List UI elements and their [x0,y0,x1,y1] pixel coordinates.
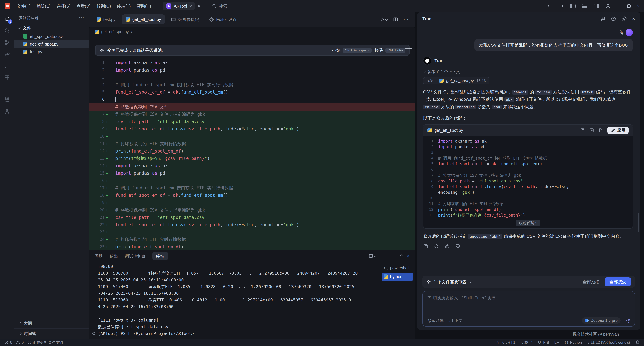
code-line: 18+fund_etf_spot_em_df = ak.fund_etf_spo… [89,192,415,199]
thumbs-up-icon[interactable] [444,244,450,249]
chat-icon[interactable] [4,63,10,69]
encoding[interactable]: UTF-8 [538,340,549,345]
indentation[interactable]: 空格: 4 [521,340,533,345]
menu-item[interactable]: 编辑(E) [34,2,54,10]
source-control-icon[interactable] [4,39,10,45]
menu-item[interactable]: 查看(V) [74,2,94,10]
project-switcher[interactable]: A AKTool [163,2,195,10]
terminal-shell-item[interactable]: Python [382,273,413,281]
menu-item[interactable]: 转到(G) [94,2,114,10]
agent-mention-button[interactable]: @智能体 [428,318,444,323]
editor-tab[interactable]: Editor 设置 [205,14,241,24]
explorer-icon[interactable]: 1 [4,16,10,22]
split-terminal-button[interactable] [368,254,376,258]
problems-indicator[interactable]: 0 0 [4,340,24,345]
terminal-output[interactable]: +08:001108 588780 科创芯片设计ETF 1.057 1.0567… [89,262,379,339]
run-button[interactable] [380,17,388,22]
copy-icon[interactable] [580,128,585,133]
test-flask-icon[interactable] [4,108,10,115]
extensions-icon[interactable] [4,75,10,81]
remote-icon[interactable] [4,51,10,57]
send-icon[interactable] [625,318,630,323]
insert-icon[interactable] [589,128,594,133]
python-interpreter[interactable]: 3.11.12 ('AKTool': conda) [587,340,630,345]
context-toggle-label: 参考了 1 个上下文 [428,69,460,74]
copy-icon[interactable] [423,244,428,249]
maximize-panel-icon[interactable] [400,255,403,257]
menu-item[interactable]: 选择(S) [54,2,74,10]
menu-item[interactable]: 文件(F) [14,2,34,10]
accept-all-button[interactable]: 全部接受 [605,277,631,286]
context-file-chip[interactable]: </> get_etf_spot.py 13-13 [423,77,490,84]
outline-section[interactable]: 大纲 [14,318,89,328]
reject-changes-button[interactable]: 拒绝 Ctrl+Backspace [332,47,372,53]
review-bar[interactable]: 1 个文件需要审查 全部拒绝 全部接受 [422,276,635,288]
chat-scrollbar-thumb[interactable] [638,213,639,232]
sidebar-more-icon[interactable]: ··· [79,16,84,19]
timeline-section[interactable]: 时间线 [14,328,89,339]
bell-icon[interactable] [635,340,640,345]
new-chat-icon[interactable] [600,16,606,21]
editor-tab[interactable]: get_etf_spot.py [122,14,165,24]
statusbar-right: 行 6，列 1 空格: 4 UTF-8 LF {} Python 3.11.12… [497,340,640,345]
file-item[interactable]: test.py [14,48,89,56]
file-item[interactable]: etf_spot_data.csv [14,32,89,40]
code-editor[interactable]: 变更已完成，请确认是否采纳。 拒绝 Ctrl+Backspace 接受 Ctrl… [89,37,415,250]
panel-tab[interactable]: 调试控制台 [125,253,146,259]
panel-more-icon[interactable]: ··· [381,254,386,258]
chat-input[interactable]: "!" 切换历史输入，"Shift+Enter" 换行 @智能体 #上下文 Do… [422,291,635,327]
maximize-button[interactable] [627,4,630,8]
terminal-shell-item[interactable]: >_powershell [382,264,413,272]
thumbs-down-icon[interactable] [455,244,460,249]
language-mode[interactable]: {} Python [564,340,582,345]
activity-bar: 1 [0,12,14,339]
new-file-icon[interactable] [598,128,603,133]
collapse-code-button[interactable]: 收起代码 ↑ [516,220,540,226]
panel-tab[interactable]: 终端 [152,252,168,260]
chevron-down-icon [374,255,377,257]
close-panel-icon[interactable]: × [407,254,410,258]
file-item[interactable]: get_etf_spot.py [14,40,89,48]
context-hash-button[interactable]: #上下文 [448,318,462,323]
account-icon[interactable] [606,3,611,9]
breadcrumb[interactable]: get_etf_spot.py / ... [89,27,415,37]
menu-item[interactable]: 帮助(H) [134,2,154,10]
forward-icon[interactable] [558,3,564,9]
editor-tab[interactable]: test.py [92,14,120,24]
banner-text: 变更已完成，请确认是否采纳。 [107,47,166,53]
eol-type[interactable]: LF [554,340,559,345]
editor-tab[interactable]: 键盘快捷键 [167,14,203,24]
model-selector[interactable]: Doubao-1.5-pro [582,317,620,324]
panel-tab[interactable]: 问题 [94,253,103,259]
files-section-header[interactable]: 文件 [14,23,89,32]
cursor-position[interactable]: 行 6，列 1 [497,340,515,345]
apply-button[interactable]: 应用 [608,127,628,134]
regenerate-icon[interactable] [434,244,439,249]
global-search[interactable]: 搜索 [212,3,227,9]
review-text: 1 个文件需要审查 [434,279,467,285]
toggle-sidebar-icon[interactable] [570,4,576,8]
apps-icon[interactable] [4,97,10,103]
close-button[interactable]: × [637,4,640,8]
chevron-right-icon [19,332,22,335]
back-icon[interactable] [547,3,552,9]
history-icon[interactable] [611,16,616,21]
menu-item[interactable]: 终端(T) [114,2,134,10]
panel-filter-icon[interactable] [391,254,396,258]
toggle-secondary-sidebar-icon[interactable] [594,4,599,8]
split-editor-icon[interactable] [393,17,398,22]
toggle-panel-icon[interactable] [582,4,587,8]
search-sidebar-icon[interactable] [4,28,10,34]
settings-gear-icon[interactable] [622,16,627,21]
user-avatar[interactable] [626,29,633,36]
scrollbar-thumb[interactable] [405,48,412,49]
panel-tab[interactable]: 输出 [110,253,118,259]
app-logo[interactable] [5,3,10,9]
accept-changes-button[interactable]: 接受 Ctrl+Enter [375,47,405,53]
context-toggle[interactable]: 参考了 1 个上下文 [423,69,633,74]
reject-all-button[interactable]: 全部拒绝 [583,279,600,285]
editor-more-icon[interactable]: ··· [404,18,409,21]
close-trae-icon[interactable]: × [632,16,635,21]
chat-thread[interactable]: 我 发现CSV文件打开是乱码，没有很好的支持里面的中文内容，请修复这个BUG T… [417,25,640,272]
minimize-button[interactable] [617,6,621,6]
